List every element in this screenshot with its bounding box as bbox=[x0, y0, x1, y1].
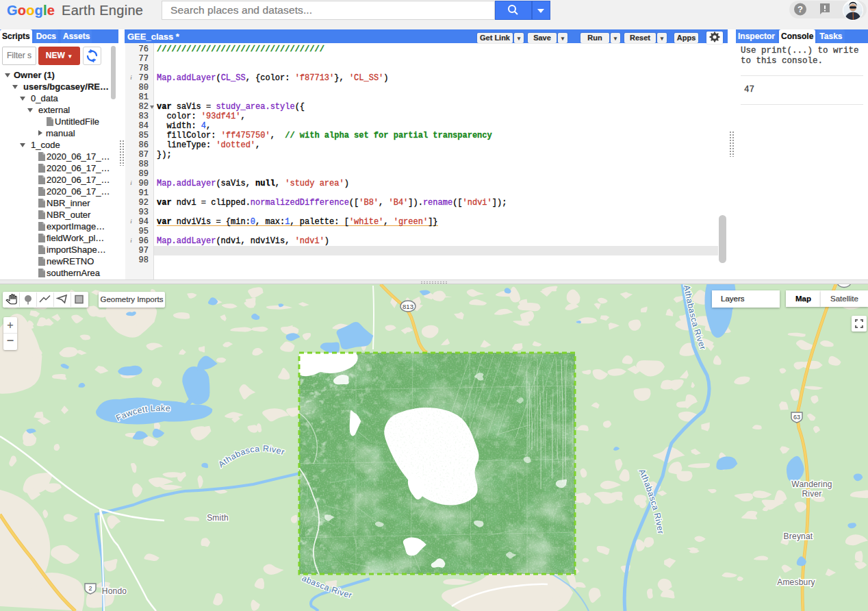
svg-text:Hondo: Hondo bbox=[102, 586, 127, 596]
svg-text:River: River bbox=[802, 489, 821, 499]
svg-text:813: 813 bbox=[403, 303, 413, 310]
svg-text:63: 63 bbox=[793, 414, 800, 421]
svg-text:?: ? bbox=[797, 4, 803, 14]
svg-text:Wandering: Wandering bbox=[791, 479, 832, 489]
svg-text:2: 2 bbox=[88, 585, 92, 592]
svg-text:Breynat: Breynat bbox=[784, 532, 813, 541]
svg-text:Smith: Smith bbox=[207, 513, 229, 523]
svg-text:Amesbury: Amesbury bbox=[777, 577, 815, 587]
